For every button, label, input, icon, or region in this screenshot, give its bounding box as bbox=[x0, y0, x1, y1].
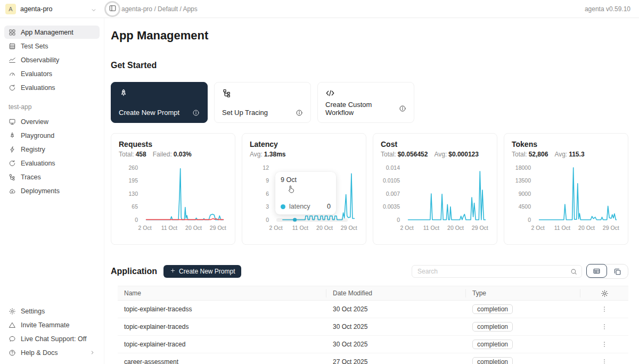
stat: Total:$0.056452 bbox=[381, 151, 428, 158]
dots-vertical-icon bbox=[601, 358, 608, 364]
info-icon[interactable] bbox=[192, 109, 200, 117]
chart-title: Requests bbox=[119, 140, 227, 148]
topbar: A agenta-pro agenta-pro / Default / Apps… bbox=[0, 0, 639, 18]
card-label: Create Custom Workflow bbox=[325, 101, 399, 117]
row-actions-button[interactable] bbox=[599, 339, 610, 350]
chevron-right-icon bbox=[89, 350, 95, 355]
sidebar-app-item-overview[interactable]: Overview bbox=[4, 115, 100, 128]
sidebar-footer-item-invite-teammate[interactable]: Invite Teammate bbox=[4, 318, 100, 332]
info-icon[interactable] bbox=[296, 109, 303, 117]
table-row[interactable]: topic-explainer-traced30 Oct 2025complet… bbox=[118, 336, 628, 353]
sidebar-item-label: Test Sets bbox=[21, 43, 48, 50]
svg-text:11 Oct: 11 Oct bbox=[292, 225, 308, 231]
card-view-button[interactable] bbox=[607, 264, 628, 278]
svg-text:0.014: 0.014 bbox=[386, 164, 400, 171]
tree-icon bbox=[9, 173, 16, 181]
svg-text:0: 0 bbox=[266, 217, 269, 223]
get-started-card-set-up-tracing[interactable]: Set Up Tracing bbox=[214, 82, 311, 123]
chart-title: Latency bbox=[250, 140, 358, 148]
charts-row: RequestsTotal:458Failed:0.03%26019513065… bbox=[111, 133, 628, 245]
sidebar-app-item-registry[interactable]: Registry bbox=[4, 143, 100, 156]
table-view-icon bbox=[593, 267, 601, 275]
sidebar-footer-item-help-docs[interactable]: Help & Docs bbox=[4, 346, 100, 359]
svg-text:29 Oct: 29 Oct bbox=[603, 225, 619, 231]
column-header-name: Name bbox=[118, 289, 326, 297]
svg-text:260: 260 bbox=[128, 164, 138, 171]
gauge-icon bbox=[9, 70, 16, 78]
tooltip-date: 9 Oct bbox=[281, 176, 331, 184]
get-started-card-create-new-prompt[interactable]: Create New Prompt bbox=[111, 82, 208, 123]
applications-table: NameDate ModifiedTypetopic-explainer-tra… bbox=[118, 286, 628, 364]
table-view-button[interactable] bbox=[586, 264, 607, 278]
app-name: career-assessment bbox=[118, 358, 326, 364]
sidebar-toggle-button[interactable] bbox=[104, 1, 120, 17]
sidebar-app-item-playground[interactable]: Playground bbox=[4, 129, 100, 142]
legend-dot bbox=[281, 204, 285, 209]
chart-tooltip: 9 Octlatency0 bbox=[275, 172, 336, 214]
gear-icon bbox=[9, 308, 16, 315]
stat: Avg:115.3 bbox=[554, 151, 584, 158]
svg-text:29 Oct: 29 Oct bbox=[210, 225, 226, 231]
sidebar-item-evaluations[interactable]: Evaluations bbox=[4, 81, 100, 94]
app-date-modified: 30 Oct 2025 bbox=[326, 305, 466, 313]
svg-text:130: 130 bbox=[128, 191, 138, 197]
svg-text:20 Oct: 20 Oct bbox=[185, 225, 202, 231]
search-icon[interactable] bbox=[570, 268, 578, 276]
card-view-icon bbox=[613, 268, 621, 276]
rocket-icon bbox=[119, 88, 128, 98]
dots-vertical-icon bbox=[601, 305, 608, 313]
sidebar-item-evaluators[interactable]: Evaluators bbox=[4, 67, 100, 80]
gear-icon bbox=[601, 289, 609, 297]
info-icon[interactable] bbox=[399, 105, 406, 112]
sidebar-footer-item-live-chat-support-off[interactable]: Live Chat Support: Off bbox=[4, 332, 100, 345]
svg-text:2 Oct: 2 Oct bbox=[531, 225, 545, 231]
stat: Total:458 bbox=[119, 151, 146, 158]
sidebar-item-app-management[interactable]: App Management bbox=[4, 26, 100, 39]
sidebar-footer-item-settings[interactable]: Settings bbox=[4, 304, 100, 318]
sidebar-item-observability[interactable]: Observability bbox=[4, 53, 100, 67]
svg-text:65: 65 bbox=[132, 203, 138, 210]
workspace-avatar: A bbox=[5, 4, 16, 14]
workspace-switcher[interactable]: A agenta-pro bbox=[0, 4, 104, 14]
app-name: topic-explainer-tracedss bbox=[118, 305, 326, 313]
chevron-down-icon bbox=[91, 7, 97, 13]
table-settings-icon[interactable] bbox=[599, 288, 610, 299]
triangle-icon bbox=[9, 321, 16, 329]
svg-text:12: 12 bbox=[263, 164, 269, 171]
latency-chart-card: LatencyAvg:1.38ms1296302 Oct11 Oct20 Oct… bbox=[242, 133, 366, 245]
table-row[interactable]: topic-explainer-traceds30 Oct 2025comple… bbox=[118, 318, 628, 336]
create-new-prompt-button[interactable]: Create New Prompt bbox=[163, 265, 241, 278]
table-row[interactable]: career-assessment27 Oct 2025completion bbox=[118, 353, 628, 364]
app-root: A agenta-pro agenta-pro / Default / Apps… bbox=[0, 0, 639, 364]
dots-vertical-icon bbox=[601, 341, 608, 348]
type-badge: completion bbox=[472, 340, 513, 349]
loop-icon bbox=[9, 160, 16, 167]
svg-text:4500: 4500 bbox=[519, 203, 531, 210]
application-title: Application bbox=[111, 267, 157, 276]
svg-text:0: 0 bbox=[135, 217, 138, 223]
row-actions-button[interactable] bbox=[599, 304, 610, 315]
table-row[interactable]: topic-explainer-tracedss30 Oct 2025compl… bbox=[118, 301, 628, 318]
sidebar-app-item-traces[interactable]: Traces bbox=[4, 170, 100, 184]
requests-chart: 2601951306502 Oct11 Oct20 Oct29 Oct bbox=[119, 162, 227, 235]
sidebar-footer-nav: SettingsInvite TeammateLive Chat Support… bbox=[4, 304, 100, 360]
panel-icon bbox=[109, 4, 117, 14]
search-input[interactable] bbox=[412, 265, 582, 278]
loop-icon bbox=[9, 84, 16, 92]
sidebar: App ManagementTest SetsObservabilityEval… bbox=[0, 18, 104, 364]
tooltip-series-label: latency bbox=[289, 203, 310, 210]
row-actions-button[interactable] bbox=[599, 357, 610, 364]
row-actions-button[interactable] bbox=[599, 321, 610, 332]
sidebar-item-test-sets[interactable]: Test Sets bbox=[4, 39, 100, 53]
sidebar-app-item-evaluations[interactable]: Evaluations bbox=[4, 156, 100, 170]
chart-icon bbox=[9, 56, 16, 64]
type-badge: completion bbox=[472, 322, 513, 332]
sidebar-item-label: App Management bbox=[21, 29, 73, 36]
plus-icon bbox=[170, 268, 176, 274]
get-started-card-create-custom-workflow[interactable]: Create Custom Workflow bbox=[317, 82, 414, 123]
svg-text:20 Oct: 20 Oct bbox=[578, 225, 595, 231]
column-header-type: Type bbox=[466, 289, 580, 297]
sidebar-app-item-deployments[interactable]: Deployments bbox=[4, 184, 100, 197]
sidebar-item-label: Evaluations bbox=[21, 160, 55, 167]
cost-chart: 0.0140.01050.0070.003502 Oct11 Oct20 Oct… bbox=[381, 162, 489, 235]
